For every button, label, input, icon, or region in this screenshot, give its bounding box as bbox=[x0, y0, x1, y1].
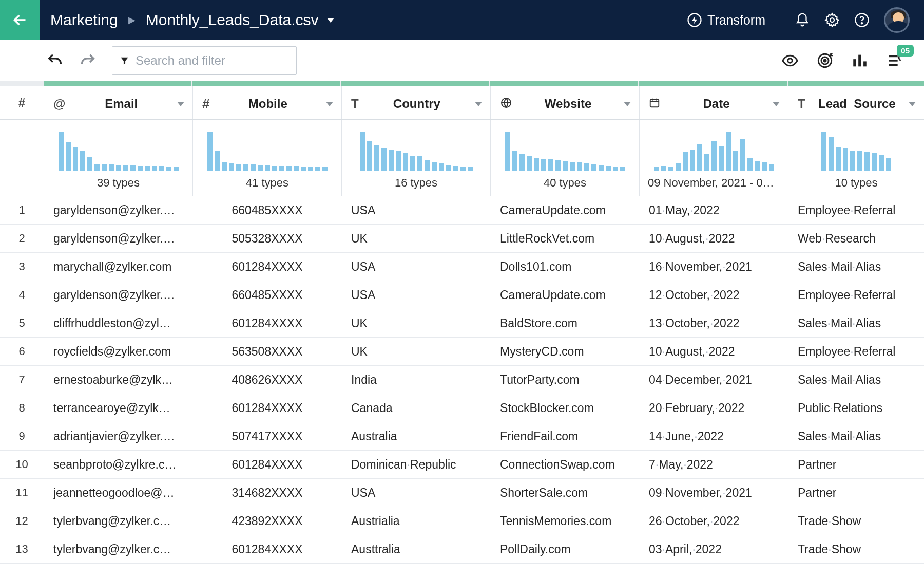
cell-mobile[interactable]: 660485XXXX bbox=[192, 196, 341, 224]
cell-mobile[interactable]: 660485XXXX bbox=[192, 281, 341, 309]
cell-date[interactable]: 26·October,·2022 bbox=[639, 507, 788, 535]
cell-mobile[interactable]: 314682XXXX bbox=[192, 479, 341, 507]
rules-button[interactable]: 05 bbox=[886, 52, 903, 69]
cell-date[interactable]: 13·October,·2022 bbox=[639, 309, 788, 337]
histogram-mobile[interactable]: 41 types bbox=[192, 120, 341, 196]
cell-mobile[interactable]: 507417XXXX bbox=[192, 422, 341, 450]
table-row[interactable]: 13tylerbvang@zylker.c…601284XXXXAusttral… bbox=[0, 535, 924, 564]
histogram-date[interactable]: 09 November, 2021 - 01 … bbox=[639, 120, 788, 196]
cell-country[interactable]: Canada bbox=[341, 394, 490, 422]
cell-email[interactable]: adriantjavier@zylker.… bbox=[44, 422, 192, 450]
caret-down-icon[interactable] bbox=[177, 102, 184, 106]
cell-country[interactable]: Dominican·Republic bbox=[341, 451, 490, 478]
target-button[interactable] bbox=[816, 52, 834, 69]
caret-down-icon[interactable] bbox=[624, 102, 631, 106]
column-header-lead[interactable]: TLead_Source bbox=[788, 86, 924, 119]
undo-button[interactable] bbox=[46, 52, 64, 69]
avatar[interactable] bbox=[884, 7, 910, 33]
histogram-email[interactable]: 39 types bbox=[44, 120, 192, 196]
cell-date[interactable]: 10·August,·2022 bbox=[639, 225, 788, 252]
histogram-website[interactable]: 40 types bbox=[490, 120, 639, 196]
cell-country[interactable]: Austrialia bbox=[341, 507, 490, 535]
cell-website[interactable]: TennisMemories.com bbox=[490, 507, 639, 535]
column-header-mobile[interactable]: #Mobile bbox=[192, 86, 341, 119]
table-row[interactable]: 4garyldenson@zylker.…660485XXXXUSACamera… bbox=[0, 281, 924, 309]
cell-website[interactable]: TutorParty.com bbox=[490, 366, 639, 394]
table-row[interactable]: 8terrancearoye@zylk…601284XXXXCanadaStoc… bbox=[0, 394, 924, 422]
cell-country[interactable]: USA bbox=[341, 253, 490, 281]
cell-lead-source[interactable]: Employee·Referral bbox=[788, 338, 924, 365]
cell-email[interactable]: terrancearoye@zylk… bbox=[44, 394, 192, 422]
cell-website[interactable]: CameraUpdate.com bbox=[490, 281, 639, 309]
cell-website[interactable]: CameraUpdate.com bbox=[490, 196, 639, 224]
table-row[interactable]: 1garyldenson@zylker.…660485XXXXUSACamera… bbox=[0, 196, 924, 225]
caret-down-icon[interactable] bbox=[475, 102, 482, 106]
cell-country[interactable]: UK bbox=[341, 225, 490, 252]
notifications-button[interactable] bbox=[795, 12, 810, 28]
cell-email[interactable]: jeannetteogoodloe@… bbox=[44, 479, 192, 507]
cell-email[interactable]: marychall@zylker.com bbox=[44, 253, 192, 281]
column-header-date[interactable]: Date bbox=[639, 86, 788, 119]
cell-mobile[interactable]: 408626XXXX bbox=[192, 366, 341, 394]
table-row[interactable]: 10seanbproto@zylkre.c…601284XXXXDominica… bbox=[0, 451, 924, 479]
preview-button[interactable] bbox=[781, 52, 799, 69]
cell-email[interactable]: tylerbvang@zylker.c… bbox=[44, 535, 192, 563]
cell-lead-source[interactable]: Sales·Mail·Alias bbox=[788, 253, 924, 281]
cell-mobile[interactable]: 563508XXXX bbox=[192, 338, 341, 365]
cell-mobile[interactable]: 505328XXXX bbox=[192, 225, 341, 252]
cell-lead-source[interactable]: Public·Relations bbox=[788, 394, 924, 422]
breadcrumb-root[interactable]: Marketing bbox=[50, 11, 118, 29]
histogram-lead[interactable]: 10 types bbox=[788, 120, 924, 196]
column-header-website[interactable]: Website bbox=[490, 86, 639, 119]
cell-country[interactable]: Austtralia bbox=[341, 535, 490, 563]
cell-country[interactable]: UK bbox=[341, 309, 490, 337]
cell-email[interactable]: garyldenson@zylker.… bbox=[44, 196, 192, 224]
file-switcher[interactable]: Monthly_Leads_Data.csv bbox=[146, 11, 334, 29]
cell-email[interactable]: seanbproto@zylkre.c… bbox=[44, 451, 192, 478]
cell-date[interactable]: 10·August,·2022 bbox=[639, 338, 788, 365]
cell-date[interactable]: 16·November,·2021 bbox=[639, 253, 788, 281]
table-row[interactable]: 7ernestoaburke@zylk…408626XXXXIndiaTutor… bbox=[0, 366, 924, 394]
cell-date[interactable]: 01·May,·2022 bbox=[639, 196, 788, 224]
table-row[interactable]: 11jeannetteogoodloe@…314682XXXXUSAShorte… bbox=[0, 479, 924, 507]
redo-button[interactable] bbox=[79, 52, 97, 69]
cell-email[interactable]: tylerbvang@zylker.c… bbox=[44, 507, 192, 535]
cell-lead-source[interactable]: Partner bbox=[788, 479, 924, 507]
cell-website[interactable]: BaldStore.com bbox=[490, 309, 639, 337]
cell-country[interactable]: USA bbox=[341, 196, 490, 224]
column-header-country[interactable]: TCountry bbox=[341, 86, 490, 119]
cell-mobile[interactable]: 601284XXXX bbox=[192, 451, 341, 478]
cell-email[interactable]: ernestoaburke@zylk… bbox=[44, 366, 192, 394]
caret-down-icon[interactable] bbox=[326, 102, 333, 106]
cell-country[interactable]: Australia bbox=[341, 422, 490, 450]
cell-website[interactable]: MysteryCD.com bbox=[490, 338, 639, 365]
cell-mobile[interactable]: 601284XXXX bbox=[192, 535, 341, 563]
histogram-country[interactable]: 16 types bbox=[341, 120, 490, 196]
table-row[interactable]: 9adriantjavier@zylker.…507417XXXXAustral… bbox=[0, 422, 924, 451]
cell-country[interactable]: USA bbox=[341, 479, 490, 507]
chart-button[interactable] bbox=[851, 52, 869, 69]
cell-date[interactable]: 09·November,·2021 bbox=[639, 479, 788, 507]
cell-mobile[interactable]: 601284XXXX bbox=[192, 394, 341, 422]
cell-email[interactable]: garyldenson@zylker.… bbox=[44, 281, 192, 309]
cell-date[interactable]: 03·April,·2022 bbox=[639, 535, 788, 563]
cell-mobile[interactable]: 601284XXXX bbox=[192, 253, 341, 281]
cell-website[interactable]: ConnectionSwap.com bbox=[490, 451, 639, 478]
cell-email[interactable]: roycfields@zylker.com bbox=[44, 338, 192, 365]
cell-email[interactable]: cliffrhuddleston@zyl… bbox=[44, 309, 192, 337]
table-row[interactable]: 3marychall@zylker.com601284XXXXUSADolls1… bbox=[0, 253, 924, 281]
table-row[interactable]: 6roycfields@zylker.com563508XXXXUKMyster… bbox=[0, 338, 924, 366]
search-input[interactable] bbox=[136, 53, 289, 68]
cell-country[interactable]: UK bbox=[341, 338, 490, 365]
cell-date[interactable]: 7·May,·2022 bbox=[639, 451, 788, 478]
cell-website[interactable]: ShorterSale.com bbox=[490, 479, 639, 507]
back-button[interactable] bbox=[0, 0, 40, 40]
cell-lead-source[interactable]: Sales·Mail·Alias bbox=[788, 366, 924, 394]
settings-button[interactable] bbox=[824, 12, 840, 28]
cell-mobile[interactable]: 423892XXXX bbox=[192, 507, 341, 535]
cell-lead-source[interactable]: Sales·Mail·Alias bbox=[788, 309, 924, 337]
cell-website[interactable]: FriendFail.com bbox=[490, 422, 639, 450]
table-row[interactable]: 5cliffrhuddleston@zyl…601284XXXXUKBaldSt… bbox=[0, 309, 924, 338]
cell-country[interactable]: India bbox=[341, 366, 490, 394]
caret-down-icon[interactable] bbox=[909, 102, 916, 106]
